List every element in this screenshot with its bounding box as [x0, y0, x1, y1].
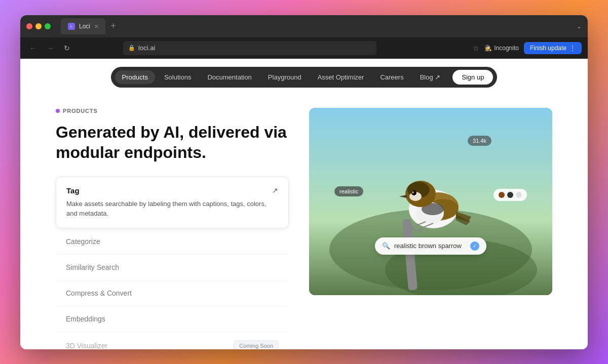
feature-list-item-categorize[interactable]: Categorize — [56, 229, 289, 255]
traffic-lights — [26, 23, 51, 29]
feature-embeddings-title: Embeddings — [66, 315, 105, 323]
feature-3d-visualizer-row: 3D Visualizer Coming Soon — [56, 332, 289, 349]
feature-card-tag-desc: Make assets searchable by labeling them … — [66, 199, 278, 219]
products-text: PRODUCTS — [63, 108, 98, 114]
close-button[interactable] — [26, 23, 32, 29]
feature-list-item-compress-convert[interactable]: Compress & Convert — [56, 280, 289, 306]
site-nav-inner: Products Solutions Documentation Playgro… — [111, 67, 498, 88]
nav-item-careers[interactable]: Careers — [373, 70, 410, 84]
nav-item-playground[interactable]: Playground — [261, 70, 309, 84]
tab-close-button[interactable]: × — [94, 23, 98, 30]
svg-point-13 — [412, 191, 414, 193]
search-check-icon: ✓ — [470, 241, 479, 251]
chevron-down-icon: ⌄ — [577, 23, 582, 30]
left-panel: PRODUCTS Generated by AI, delivered via … — [56, 108, 289, 349]
signup-button[interactable]: Sign up — [452, 70, 493, 85]
feature-compress-convert-title: Compress & Convert — [66, 289, 132, 297]
refresh-button[interactable]: ↻ — [61, 42, 73, 54]
color-dot-brown — [499, 192, 505, 198]
title-bar: L Loci × + ⌄ — [20, 15, 588, 37]
external-link-icon: ↗ — [272, 186, 278, 194]
finish-update-dots-icon: ⋮ — [569, 45, 576, 52]
products-dot-icon — [56, 109, 60, 113]
search-bar-float[interactable]: 🔍 realistic brown sparrow ✓ — [375, 237, 486, 255]
nav-right-controls: ☆ 🕵 Incognito Finish update ⋮ — [473, 42, 582, 54]
incognito-label: Incognito — [494, 45, 519, 52]
feature-3d-visualizer-title: 3D Visualizer — [66, 342, 107, 349]
page-content: Products Solutions Documentation Playgro… — [20, 59, 588, 349]
color-dot-dark — [507, 192, 513, 198]
browser-nav-bar: ← → ↻ 🔒 loci.ai ☆ 🕵 Incognito Finish upd… — [20, 37, 588, 59]
forward-button[interactable]: → — [44, 42, 57, 54]
finish-update-button[interactable]: Finish update ⋮ — [524, 42, 582, 54]
bird-image-container: realistic 31.4k 🔍 realistic brown sparro… — [309, 108, 552, 295]
back-button[interactable]: ← — [26, 42, 40, 54]
tab-title-text: Loci — [79, 23, 90, 30]
incognito-icon: 🕵 — [484, 45, 492, 52]
tab-area: L Loci × + — [61, 18, 319, 34]
search-query-text: realistic brown sparrow — [394, 242, 466, 250]
nav-item-products[interactable]: Products — [115, 70, 155, 84]
right-panel: realistic 31.4k 🔍 realistic brown sparro… — [309, 108, 552, 349]
lock-icon: 🔒 — [128, 45, 135, 51]
feature-card-tag[interactable]: Tag ↗ Make assets searchable by labeling… — [56, 177, 289, 228]
float-color-dots — [493, 189, 527, 201]
finish-update-label: Finish update — [530, 45, 566, 52]
bird-svg — [309, 108, 552, 295]
color-dot-light — [516, 192, 522, 198]
tab-favicon: L — [68, 23, 75, 30]
incognito-button[interactable]: 🕵 Incognito — [484, 45, 519, 52]
feature-card-tag-header: Tag ↗ — [66, 186, 278, 195]
bookmark-icon[interactable]: ☆ — [473, 44, 479, 52]
main-content: PRODUCTS Generated by AI, delivered via … — [25, 96, 583, 349]
minimize-button[interactable] — [35, 23, 42, 29]
feature-list-item-similarity-search[interactable]: Similarity Search — [56, 255, 289, 280]
hero-title: Generated by AI, delivered via modular e… — [56, 122, 289, 163]
float-tag-realistic: realistic — [334, 186, 363, 196]
nav-item-solutions[interactable]: Solutions — [157, 70, 198, 84]
address-bar[interactable]: 🔒 loci.ai — [123, 41, 376, 55]
feature-similarity-search-title: Similarity Search — [66, 263, 119, 271]
products-label: PRODUCTS — [56, 108, 289, 114]
browser-tab[interactable]: L Loci × — [61, 18, 105, 34]
site-navigation: Products Solutions Documentation Playgro… — [20, 59, 588, 96]
nav-item-blog[interactable]: Blog ↗ — [413, 70, 448, 84]
address-text: loci.ai — [138, 44, 155, 52]
browser-window: L Loci × + ⌄ ← → ↻ 🔒 loci.ai ☆ 🕵 Incogni… — [20, 15, 588, 349]
search-icon: 🔍 — [382, 242, 390, 250]
nav-item-documentation[interactable]: Documentation — [200, 70, 258, 84]
feature-card-tag-title: Tag — [66, 186, 80, 195]
new-tab-button[interactable]: + — [107, 21, 119, 31]
float-count: 31.4k — [468, 136, 491, 146]
coming-soon-badge: Coming Soon — [234, 340, 279, 349]
browser-controls-right: ⌄ — [323, 23, 582, 30]
feature-categorize-title: Categorize — [66, 237, 100, 246]
maximize-button[interactable] — [45, 23, 51, 29]
feature-list-item-embeddings[interactable]: Embeddings — [56, 306, 289, 332]
nav-item-asset-optimizer[interactable]: Asset Optimizer — [311, 70, 371, 84]
